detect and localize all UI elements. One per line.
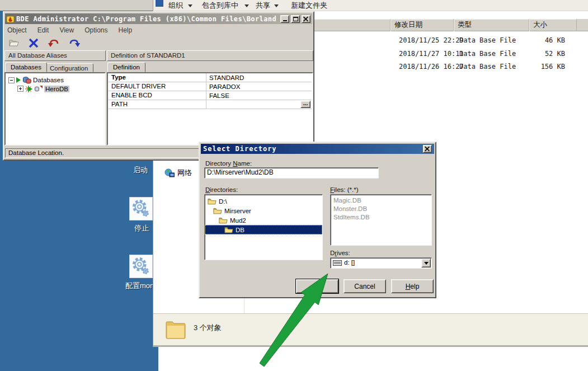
tab-databases[interactable]: Databases — [5, 62, 47, 72]
tab-configuration[interactable]: Configuration — [44, 63, 93, 72]
tree-node-herodb[interactable]: HeroDB — [17, 85, 69, 92]
databases-icon — [22, 76, 31, 84]
collapse-icon[interactable] — [8, 77, 15, 83]
expand-icon[interactable] — [17, 86, 23, 92]
files-listbox[interactable]: Magic.DB Monster.DB StdItems.DB — [330, 194, 432, 246]
help-button[interactable]: Help — [391, 279, 434, 293]
alias-tree-pane: Databases HeroDB — [4, 72, 106, 145]
file-size: 46 KB — [523, 36, 565, 44]
shortcut-label-configure[interactable]: 配置mon — [125, 281, 154, 291]
directory-name-label: Directory Name: — [205, 160, 252, 167]
definition-value: PARADOX — [206, 83, 312, 90]
column-size[interactable]: 大小 — [529, 19, 577, 31]
folder-icon — [219, 217, 228, 224]
undo-arrow-icon[interactable] — [48, 39, 60, 48]
explorer-toolbar: 组织 包含到库中 共享 新建文件夹 — [153, 0, 588, 11]
menu-edit[interactable]: Edit — [37, 26, 49, 34]
chevron-down-icon[interactable] — [244, 4, 249, 7]
minimize-button[interactable] — [280, 15, 289, 23]
details-pane: 3 个对象 — [153, 313, 588, 345]
dialog-title: Select Directory — [203, 145, 423, 153]
definition-row[interactable]: ENABLE BCD FALSE — [109, 91, 312, 100]
toolbar-item-include-in-library[interactable]: 包含到库中 — [202, 1, 238, 11]
file-date: 2018/11/25 22:29 — [399, 36, 464, 44]
tree-node-databases[interactable]: Databases — [8, 76, 64, 84]
sidebar-item-label: 网络 — [177, 168, 192, 178]
gear-icon[interactable] — [129, 255, 153, 278]
definition-key: PATH — [109, 100, 206, 109]
select-directory-dialog: Select Directory Directory Name: D:\Mirs… — [199, 142, 436, 298]
directory-name-input[interactable]: D:\Mirserver\Mud2\DB — [204, 167, 379, 179]
definition-value: STANDARD — [206, 74, 312, 81]
directory-item[interactable]: Mud2 — [205, 215, 322, 225]
shortcut-label-stop[interactable]: 停止 — [134, 223, 149, 233]
definition-key: ENABLE BCD — [109, 91, 206, 100]
file-item: Magic.DB — [331, 196, 431, 205]
directory-item-selected[interactable]: DB — [205, 225, 322, 234]
dropdown-arrow-icon[interactable] — [421, 259, 431, 267]
drives-label: Drives: — [330, 250, 350, 256]
drive-value: d: [] — [344, 259, 355, 266]
left-panel-header: All Database Aliases — [4, 50, 106, 61]
drive-icon — [333, 260, 342, 266]
tree-node-label: Databases — [33, 77, 64, 83]
definition-row[interactable]: DEFAULT DRIVER PARADOX — [109, 82, 312, 91]
close-icon[interactable] — [423, 145, 432, 153]
file-type: Data Base File — [459, 36, 516, 44]
directory-item[interactable]: D:\ — [205, 196, 322, 206]
window-fragment — [156, 0, 163, 7]
folder-icon — [208, 198, 217, 205]
play-triangle-icon — [16, 77, 21, 83]
bde-title-bar[interactable]: BDE Administrator C:\Program Files (x86)… — [5, 13, 312, 24]
ok-button[interactable]: OK — [296, 279, 338, 293]
drives-combobox[interactable]: d: [] — [330, 257, 432, 269]
bde-flame-icon — [7, 15, 15, 23]
database-alias-icon — [34, 85, 43, 92]
menu-view[interactable]: View — [59, 26, 74, 34]
definition-row[interactable]: Type STANDARD — [109, 73, 312, 82]
definition-grid-pane: Type STANDARD DEFAULT DRIVER PARADOX ENA… — [107, 72, 313, 145]
dialog-title-bar[interactable]: Select Directory — [201, 144, 434, 154]
bde-toolbar — [8, 36, 81, 50]
menu-object[interactable]: Object — [7, 26, 27, 34]
delete-x-icon[interactable] — [28, 38, 39, 48]
menu-options[interactable]: Options — [84, 26, 107, 34]
files-label: Files: (*.*) — [330, 186, 358, 193]
close-button[interactable] — [302, 15, 311, 23]
toolbar-item-share[interactable]: 共享 — [256, 1, 270, 11]
definition-row[interactable]: PATH ... — [109, 100, 312, 109]
gear-icon[interactable] — [129, 197, 153, 220]
folder-icon — [224, 227, 233, 233]
bde-administrator-window: BDE Administrator C:\Program Files (x86)… — [3, 11, 314, 161]
file-item: Monster.DB — [331, 205, 431, 213]
definition-key: Type — [109, 73, 206, 82]
menu-bar: Object Edit View Options Help — [7, 25, 132, 35]
redo-arrow-icon[interactable] — [68, 39, 81, 48]
background-window-strip — [0, 0, 153, 11]
shortcut-label-start[interactable]: 启动 — [133, 165, 148, 175]
cancel-button[interactable]: Cancel — [344, 279, 386, 293]
file-item: StdItems.DB — [331, 213, 431, 222]
browse-path-button[interactable]: ... — [300, 101, 311, 108]
definition-key: DEFAULT DRIVER — [109, 82, 206, 91]
tab-definition[interactable]: Definition — [107, 62, 145, 72]
folder-icon — [164, 317, 187, 342]
chevron-down-icon[interactable] — [188, 4, 192, 7]
file-size: 156 KB — [523, 63, 565, 71]
sidebar-item-network[interactable]: 网络 — [164, 168, 192, 178]
open-folder-icon[interactable] — [8, 39, 20, 48]
column-type[interactable]: 类型 — [454, 19, 529, 31]
folder-icon — [213, 208, 222, 214]
directories-listbox[interactable]: D:\ Mirserver Mud2 DB — [204, 194, 323, 260]
tree-node-label: HeroDB — [44, 86, 69, 92]
file-size: 52 KB — [523, 50, 565, 58]
directory-item[interactable]: Mirserver — [205, 206, 322, 215]
toolbar-item-new-folder[interactable]: 新建文件夹 — [291, 1, 327, 11]
file-type: Data Base File — [459, 50, 516, 58]
menu-help[interactable]: Help — [119, 26, 133, 34]
chevron-down-icon[interactable] — [274, 4, 279, 7]
maximize-button[interactable] — [291, 15, 300, 23]
toolbar-item-organize[interactable]: 组织 — [168, 1, 183, 11]
column-date-modified[interactable]: 修改日期 — [391, 19, 454, 31]
network-globe-monitor-icon — [164, 168, 175, 177]
